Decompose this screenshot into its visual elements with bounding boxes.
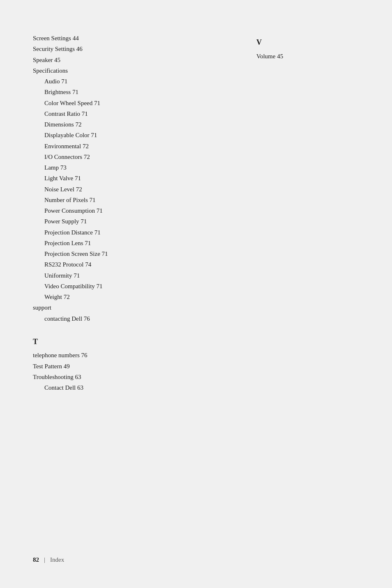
entry-number-of-pixels: Number of Pixels 71 <box>44 195 232 205</box>
footer-index-label: Index <box>50 556 64 563</box>
entry-dimensions: Dimensions 72 <box>44 119 232 130</box>
left-column: Screen Settings 44 Security Settings 46 … <box>33 33 232 528</box>
section-v-letter: V <box>256 36 359 49</box>
spacer-1 <box>33 324 232 332</box>
footer-separator: | <box>44 556 45 563</box>
footer-page-number: 82 <box>33 556 39 563</box>
entry-projection-distance: Projection Distance 71 <box>44 227 232 238</box>
entry-power-consumption: Power Consumption 71 <box>44 205 232 216</box>
entry-power-supply: Power Supply 71 <box>44 216 232 227</box>
section-t-letter: T <box>33 335 232 349</box>
entry-light-valve: Light Valve 71 <box>44 173 232 184</box>
entry-video-compatibility: Video Compatibility 71 <box>44 281 232 292</box>
entry-environmental: Environmental 72 <box>44 141 232 152</box>
entry-projection-screen-size: Projection Screen Size 71 <box>44 248 232 259</box>
entry-test-pattern: Test Pattern 49 <box>33 361 232 372</box>
entry-contacting-dell: contacting Dell 76 <box>44 313 232 324</box>
entry-audio: Audio 71 <box>44 76 232 87</box>
entry-specifications: Specifications <box>33 65 232 76</box>
footer: 82 | Index <box>33 552 359 563</box>
entry-rs232-protocol: RS232 Protocol 74 <box>44 259 232 270</box>
right-column: V Volume 45 <box>256 33 359 528</box>
entry-contrast-ratio: Contrast Ratio 71 <box>44 108 232 119</box>
entry-noise-level: Noise Level 72 <box>44 184 232 195</box>
entry-speaker: Speaker 45 <box>33 55 232 65</box>
entry-uniformity: Uniformity 71 <box>44 270 232 281</box>
entry-telephone-numbers: telephone numbers 76 <box>33 350 232 361</box>
entry-security-settings: Security Settings 46 <box>33 44 232 54</box>
entry-troubleshooting: Troubleshooting 63 <box>33 372 232 382</box>
entry-lamp: Lamp 73 <box>44 162 232 173</box>
entry-screen-settings: Screen Settings 44 <box>33 33 232 44</box>
entry-brightness: Brightness 71 <box>44 87 232 97</box>
content-area: Screen Settings 44 Security Settings 46 … <box>33 33 359 528</box>
entry-projection-lens: Projection Lens 71 <box>44 238 232 248</box>
entry-displayable-color: Displayable Color 71 <box>44 130 232 140</box>
entry-io-connectors: I/O Connectors 72 <box>44 152 232 162</box>
entry-support: support <box>33 302 232 313</box>
entry-volume: Volume 45 <box>256 51 359 62</box>
entry-contact-dell: Contact Dell 63 <box>44 382 232 393</box>
entry-weight: Weight 72 <box>44 292 232 302</box>
page: Screen Settings 44 Security Settings 46 … <box>0 0 392 588</box>
entry-color-wheel-speed: Color Wheel Speed 71 <box>44 98 232 108</box>
